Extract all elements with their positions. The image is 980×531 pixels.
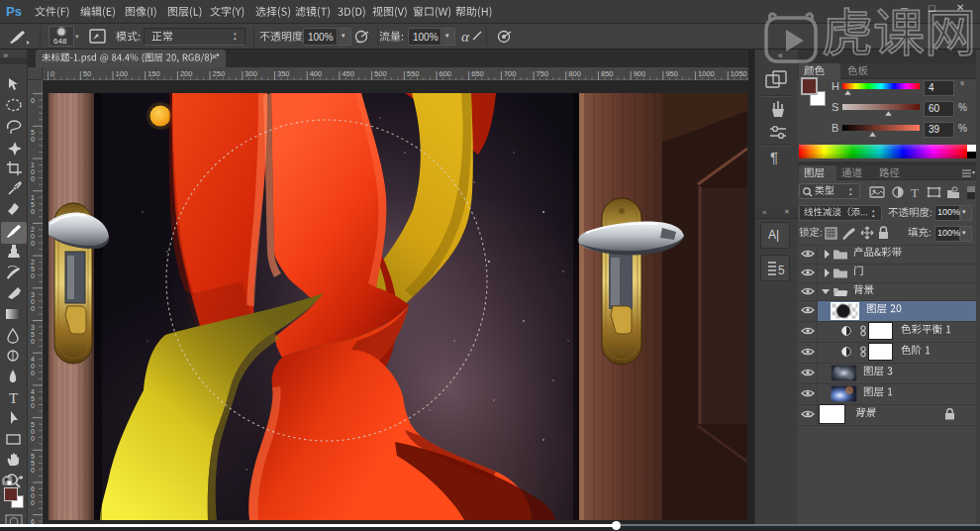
svg-text:0: 0 [31,168,35,175]
svg-text:T: T [9,390,18,406]
svg-text:450: 450 [342,69,354,78]
svg-text:0: 0 [31,499,35,506]
svg-text:0: 0 [31,233,35,240]
svg-text:1000: 1000 [698,69,715,78]
svg-text:5: 5 [31,201,35,208]
svg-text:1050: 1050 [731,69,747,78]
svg-text:1: 1 [31,161,35,168]
svg-text:550: 550 [407,69,420,78]
svg-text:0: 0 [31,435,35,442]
svg-text:650: 650 [471,69,484,78]
svg-text:5: 5 [31,331,35,338]
svg-text:300: 300 [245,69,257,78]
svg-text:850: 850 [601,69,614,78]
svg-text:5: 5 [31,266,35,272]
svg-text:5: 5 [31,453,35,460]
svg-text:0: 0 [31,402,35,409]
svg-text:900: 900 [634,69,646,78]
svg-text:0: 0 [31,136,35,143]
svg-text:T: T [911,185,919,199]
svg-text:5: 5 [31,460,35,467]
svg-text:2: 2 [31,226,35,233]
svg-text:50: 50 [83,69,91,78]
svg-text:0: 0 [31,175,35,182]
svg-text:0: 0 [31,208,35,215]
svg-text:5: 5 [31,395,35,402]
svg-text:0: 0 [31,467,35,474]
svg-text:0: 0 [31,272,35,279]
svg-text:0: 0 [31,370,35,376]
svg-text:0: 0 [31,338,35,345]
svg-text:150: 150 [147,69,160,78]
svg-text:0: 0 [31,298,35,305]
svg-text:600: 600 [440,69,452,78]
svg-text:200: 200 [180,69,193,78]
svg-text:100: 100 [116,69,129,78]
svg-text:250: 250 [213,69,226,78]
svg-text:2: 2 [31,259,35,266]
svg-text:0: 0 [31,240,35,247]
svg-text:500: 500 [374,69,387,78]
svg-text:0: 0 [31,305,35,312]
svg-text:750: 750 [537,69,549,78]
svg-text:0: 0 [50,69,54,78]
svg-text:3: 3 [31,324,35,331]
svg-text:4: 4 [31,388,35,395]
svg-text:5: 5 [778,264,785,277]
svg-text:0: 0 [31,97,35,104]
svg-text:4: 4 [31,356,35,363]
svg-text:3: 3 [31,291,35,298]
svg-text:800: 800 [568,69,581,78]
svg-text:α: α [461,29,470,45]
svg-text:5: 5 [31,129,35,136]
svg-text:5: 5 [31,421,35,428]
svg-text:0: 0 [31,363,35,370]
svg-text:0: 0 [31,428,35,435]
svg-text:400: 400 [310,69,323,78]
svg-text:1: 1 [31,194,35,201]
svg-text:700: 700 [504,69,517,78]
svg-text:0: 0 [31,492,35,499]
svg-text:950: 950 [665,69,678,78]
svg-text:350: 350 [277,69,290,78]
svg-text:6: 6 [31,485,35,492]
